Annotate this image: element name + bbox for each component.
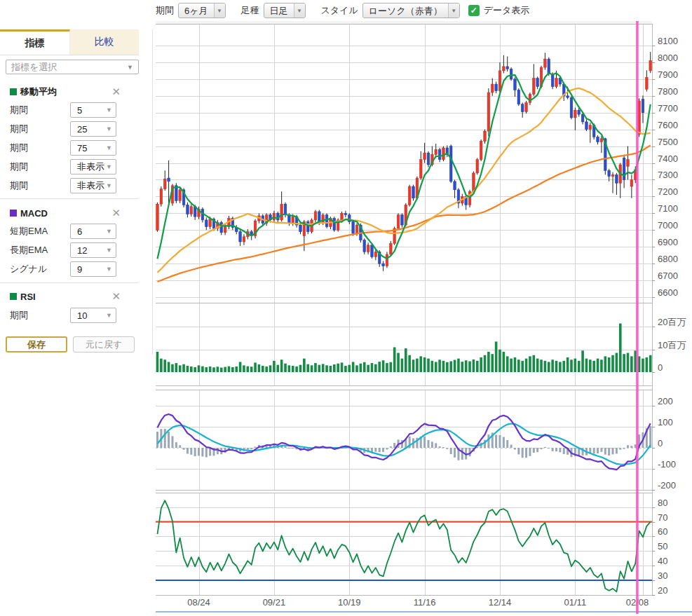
close-icon[interactable]: ✕ xyxy=(111,290,121,303)
svg-text:7100: 7100 xyxy=(658,203,678,214)
param-dropdown[interactable]: 非表示▼ xyxy=(70,159,116,174)
param-dropdown[interactable]: 9▼ xyxy=(70,261,116,277)
svg-text:-100: -100 xyxy=(658,459,676,470)
svg-text:40: 40 xyxy=(658,556,667,566)
tab-indicators[interactable]: 指標 xyxy=(0,29,70,55)
svg-text:6700: 6700 xyxy=(658,271,678,281)
svg-text:09/21: 09/21 xyxy=(263,597,286,608)
chart-toolbar: 期間 6ヶ月 ▼ 足種 日足 ▼ スタイル ローソク（赤青） ▼ ✓ データ表示 xyxy=(156,0,692,21)
param-dropdown[interactable]: 25▼ xyxy=(70,121,116,137)
chevron-down-icon: ▼ xyxy=(214,4,225,18)
indicator-select[interactable]: 指標を選択 ▼ xyxy=(6,60,139,74)
svg-text:-200: -200 xyxy=(658,480,676,491)
svg-text:12/14: 12/14 xyxy=(489,597,512,608)
param-row: シグナル9▼ xyxy=(10,261,116,277)
chart-area[interactable]: 6600670068006900700071007200730074007500… xyxy=(156,21,692,616)
chevron-down-icon: ▼ xyxy=(106,144,112,151)
param-row: 期間10▼ xyxy=(10,308,116,323)
chevron-down-icon: ▼ xyxy=(106,182,112,189)
param-row: 期間非表示▼ xyxy=(10,159,116,174)
param-dropdown[interactable]: 10▼ xyxy=(70,308,116,323)
close-icon[interactable]: ✕ xyxy=(111,85,121,98)
param-row: 短期EMA6▼ xyxy=(10,224,116,239)
bar-type-label: 足種 xyxy=(241,4,259,17)
param-row: 長期EMA12▼ xyxy=(10,242,116,258)
indicator-title: MACD xyxy=(20,208,48,219)
chevron-down-icon: ▼ xyxy=(127,64,133,71)
svg-text:11/16: 11/16 xyxy=(414,597,436,608)
close-icon[interactable]: ✕ xyxy=(111,207,121,219)
svg-text:7600: 7600 xyxy=(658,120,678,130)
indicator-sidebar: 指標 比較 指標を選択 ▼ 移動平均✕期間5▼期間25▼期間75▼期間非表示▼期… xyxy=(0,29,153,387)
indicator-section-header: 移動平均✕ xyxy=(10,86,139,97)
reset-button[interactable]: 元に戻す xyxy=(73,336,135,353)
chevron-down-icon: ▼ xyxy=(106,266,112,273)
param-row: 期間5▼ xyxy=(10,102,116,118)
period-dropdown[interactable]: 6ヶ月 ▼ xyxy=(178,3,226,18)
svg-text:0: 0 xyxy=(658,438,663,449)
svg-text:0: 0 xyxy=(658,362,663,373)
svg-text:08/24: 08/24 xyxy=(187,597,210,608)
section-divider xyxy=(0,282,139,283)
sidebar-tabs: 指標 比較 xyxy=(0,29,139,55)
svg-text:7800: 7800 xyxy=(658,86,678,97)
svg-text:50: 50 xyxy=(658,541,667,552)
indicator-section-header: RSI✕ xyxy=(10,291,139,302)
svg-text:7300: 7300 xyxy=(658,170,678,180)
tab-compare[interactable]: 比較 xyxy=(70,29,140,55)
svg-text:7700: 7700 xyxy=(658,103,678,114)
data-display-checkbox[interactable]: ✓ xyxy=(468,5,480,16)
param-row: 期間25▼ xyxy=(10,121,116,137)
section-divider xyxy=(0,198,139,199)
chevron-down-icon: ▼ xyxy=(106,247,112,254)
style-dropdown[interactable]: ローソク（赤青） ▼ xyxy=(362,3,460,18)
period-label: 期間 xyxy=(156,4,174,17)
svg-text:7400: 7400 xyxy=(658,153,678,164)
svg-text:7200: 7200 xyxy=(658,186,678,197)
save-button[interactable]: 保存 xyxy=(6,336,67,353)
svg-text:30: 30 xyxy=(658,570,667,581)
svg-text:01/11: 01/11 xyxy=(564,597,587,608)
svg-text:10百万: 10百万 xyxy=(658,340,686,350)
style-label: スタイル xyxy=(321,4,358,17)
indicator-color-swatch xyxy=(10,210,17,217)
indicator-section-header: MACD✕ xyxy=(10,207,139,219)
indicator-color-swatch xyxy=(10,293,17,300)
svg-text:7000: 7000 xyxy=(658,220,678,231)
chevron-down-icon: ▼ xyxy=(106,107,112,114)
param-dropdown[interactable]: 非表示▼ xyxy=(70,178,116,193)
indicator-title: 移動平均 xyxy=(20,85,57,98)
svg-text:100: 100 xyxy=(658,417,673,427)
param-dropdown[interactable]: 6▼ xyxy=(70,224,116,239)
svg-text:8000: 8000 xyxy=(658,53,678,63)
svg-text:80: 80 xyxy=(658,498,667,508)
svg-text:7900: 7900 xyxy=(658,69,678,80)
param-dropdown[interactable]: 5▼ xyxy=(70,102,116,118)
chevron-down-icon: ▼ xyxy=(106,312,112,319)
indicator-color-swatch xyxy=(10,88,17,95)
bar-type-dropdown[interactable]: 日足 ▼ xyxy=(264,3,306,18)
svg-text:7500: 7500 xyxy=(658,137,678,147)
param-dropdown[interactable]: 12▼ xyxy=(70,242,116,258)
chevron-down-icon: ▼ xyxy=(106,125,112,132)
chevron-down-icon: ▼ xyxy=(106,228,112,235)
svg-text:6600: 6600 xyxy=(658,287,678,298)
chevron-down-icon: ▼ xyxy=(448,4,459,18)
stock-chart-app: 期間 6ヶ月 ▼ 足種 日足 ▼ スタイル ローソク（赤青） ▼ ✓ データ表示… xyxy=(0,0,692,616)
svg-text:10/19: 10/19 xyxy=(338,597,361,608)
sidebar-divider xyxy=(152,29,153,355)
svg-text:70: 70 xyxy=(658,512,667,523)
svg-text:8100: 8100 xyxy=(658,36,678,46)
svg-text:60: 60 xyxy=(658,526,667,537)
chevron-down-icon: ▼ xyxy=(106,163,112,170)
param-row: 期間75▼ xyxy=(10,140,116,156)
svg-text:6900: 6900 xyxy=(658,237,678,247)
svg-text:6800: 6800 xyxy=(658,254,678,264)
data-display-label: データ表示 xyxy=(484,4,530,17)
indicator-title: RSI xyxy=(20,292,36,302)
svg-text:20百万: 20百万 xyxy=(658,317,686,327)
param-dropdown[interactable]: 75▼ xyxy=(70,140,116,156)
svg-text:200: 200 xyxy=(658,396,673,406)
param-row: 期間非表示▼ xyxy=(10,178,116,193)
chevron-down-icon: ▼ xyxy=(294,4,305,18)
